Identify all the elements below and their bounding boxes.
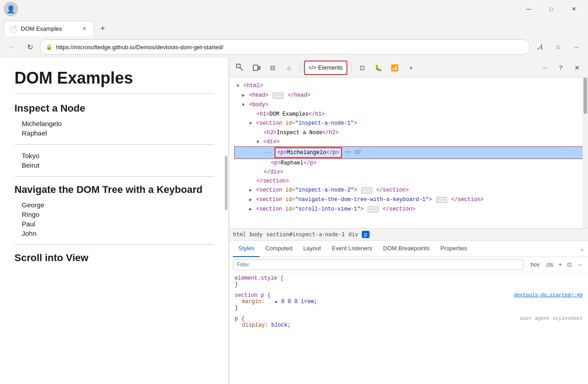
add-style-button[interactable]: + <box>557 261 564 269</box>
css-source-link[interactable]: devtools-do…started/:49 <box>514 292 583 298</box>
attr-val3: "navigate-the-dom-tree-with-a-keyboard-1… <box>295 197 429 203</box>
debug-button[interactable]: 🐛 <box>371 61 386 75</box>
tree-section2[interactable]: <section id="inspect-a-node-2"> ··· </se… <box>235 186 583 195</box>
url-bar[interactable]: 🔒 https://microsoftedge.github.io/Demos/… <box>40 39 530 55</box>
tree-section1[interactable]: <section id="inspect-a-node-1"> <box>235 119 583 128</box>
tag-section3-close: </section> <box>451 197 484 203</box>
back-button[interactable]: ← <box>4 39 20 55</box>
tree-section4[interactable]: <section id="scroll-into-view-1"> ··· </… <box>235 205 583 214</box>
bc-div[interactable]: div <box>348 231 358 238</box>
lock-icon: 🔒 <box>46 44 52 50</box>
tree-p-raphael[interactable]: <p>Raphael</p> <box>235 159 583 168</box>
tree-body[interactable]: <body> <box>235 100 583 110</box>
svg-rect-0 <box>237 64 240 68</box>
home-button[interactable]: ⌂ <box>282 61 296 75</box>
ellipsis-btn4[interactable]: ··· <box>368 206 379 212</box>
toolbar-separator-2 <box>351 63 351 72</box>
more-button[interactable]: ··· <box>568 39 584 55</box>
close-button[interactable]: ✕ <box>564 2 584 16</box>
more-tools-button[interactable]: ··· <box>537 61 552 75</box>
profile-icon[interactable]: 👤 <box>4 2 18 16</box>
cls-button[interactable]: .cls <box>543 261 555 269</box>
tree-html[interactable]: <html> <box>235 81 583 91</box>
more-tabs-button[interactable]: ⌄ <box>580 246 584 252</box>
sidebar-toggle-button[interactable]: ⊟ <box>266 61 280 75</box>
favorites-button[interactable]: ☆ <box>550 39 566 55</box>
expand-icon[interactable] <box>249 207 252 212</box>
network-button[interactable]: 📶 <box>388 61 402 75</box>
cities-group: Tokyo Beirut <box>14 152 214 169</box>
add-panel-button[interactable]: + <box>404 61 418 75</box>
svg-rect-2 <box>259 66 260 70</box>
p-text-michelangelo: Michelangelo <box>287 149 326 157</box>
tab-layout[interactable]: Layout <box>298 241 326 257</box>
tag-section4: <section <box>256 206 285 212</box>
help-button[interactable]: ? <box>554 61 568 75</box>
tag-head: <head> <box>249 92 268 98</box>
attr-id2: id= <box>285 187 295 193</box>
dots-left[interactable]: ··· <box>264 149 273 157</box>
tag-section2-close: </section> <box>376 187 409 193</box>
devtools-toolbar: ⊟ ⌂ </> Elements ⊡ 🐛 📶 + ··· ? ✕ <box>229 58 588 78</box>
tree-h2[interactable]: <h2>Inspect a Node</h2> <box>235 128 583 137</box>
tree-section3[interactable]: <section id="navigate-the-dom-tree-with-… <box>235 195 583 205</box>
tag-p-close: </p> <box>326 149 339 157</box>
close-devtools-button[interactable]: ✕ <box>570 61 584 75</box>
tab-dom-breakpoints[interactable]: DOM Breakpoints <box>378 241 435 257</box>
minimize-button[interactable]: — <box>518 2 539 16</box>
bc-section[interactable]: section#inspect-a-node-1 <box>266 231 345 238</box>
bc-html[interactable]: html <box>233 231 246 238</box>
css-tri-margin[interactable]: ▶ <box>268 300 278 304</box>
scroll-thumb[interactable] <box>225 156 228 210</box>
hov-button[interactable]: :hov <box>527 261 541 269</box>
tree-div[interactable]: <div> <box>235 137 583 147</box>
tag-h2-close: </h2> <box>322 130 339 136</box>
tree-head[interactable]: <head> ··· </head> <box>235 91 583 100</box>
dom-scrollbar-thumb[interactable] <box>583 78 587 114</box>
dom-scrollbar[interactable] <box>583 78 588 228</box>
tab-event-listeners[interactable]: Event Listeners <box>326 241 378 257</box>
browser-window: 👤 — □ ✕ 📄 DOM Examples ✕ + ← ↻ 🔒 https:/… <box>0 0 588 384</box>
expand-icon[interactable] <box>249 197 252 202</box>
tree-div-close[interactable]: </div> <box>235 168 583 177</box>
bc-p[interactable]: p <box>362 231 370 238</box>
page-content: DOM Examples Inspect a Node Michelangelo… <box>0 58 229 384</box>
read-aloud-button[interactable]: 𝓐 <box>532 39 548 55</box>
tag-p-close2: </p> <box>303 160 317 166</box>
ellipsis-btn[interactable]: ··· <box>273 93 284 98</box>
tab-computed[interactable]: Computed <box>260 241 298 257</box>
tag-p-open: <p> <box>277 149 287 157</box>
bc-body[interactable]: body <box>250 231 263 238</box>
tree-p-michelangelo[interactable]: ··· <p>Michelangelo</p> == $0 <box>235 147 583 159</box>
expand-icon[interactable] <box>256 140 259 145</box>
new-tab-button[interactable]: + <box>95 21 110 36</box>
expand-icon[interactable] <box>249 121 252 126</box>
ellipsis-btn2[interactable]: ··· <box>361 187 372 193</box>
refresh-button[interactable]: ↻ <box>22 39 38 55</box>
elements-tab-button[interactable]: </> Elements <box>304 61 347 75</box>
active-tab[interactable]: 📄 DOM Examples ✕ <box>4 21 94 36</box>
toggle-element-state-button[interactable]: → <box>575 261 584 269</box>
new-stylesheet-button[interactable]: ⊡ <box>565 261 574 269</box>
expand-icon[interactable] <box>242 103 245 108</box>
tree-h1[interactable]: <h1>DOM Examples</h1> <box>235 110 583 119</box>
attr-id3: id= <box>285 197 295 203</box>
ellipsis-btn3[interactable]: ··· <box>436 197 447 203</box>
expand-icon[interactable] <box>237 84 239 89</box>
tab-properties[interactable]: Properties <box>435 241 473 257</box>
scroll-bar[interactable] <box>224 58 228 384</box>
tag-section2: <section <box>256 187 285 193</box>
filter-input[interactable] <box>233 259 524 270</box>
inspect-element-button[interactable] <box>233 61 247 75</box>
attr-id4: id= <box>285 206 295 212</box>
device-toolbar-button[interactable] <box>249 61 264 75</box>
maximize-button[interactable]: □ <box>541 2 562 16</box>
expand-icon[interactable] <box>242 93 245 98</box>
tag-section-close: </section> <box>256 178 289 184</box>
expand-icon[interactable] <box>249 188 252 193</box>
tab-close-button[interactable]: ✕ <box>80 25 88 33</box>
console-button[interactable]: ⊡ <box>355 61 370 75</box>
tree-section-close[interactable]: </section> <box>235 177 583 186</box>
dom-tree[interactable]: <html> <head> ··· </head> <body> <box>229 78 588 228</box>
tab-styles[interactable]: Styles <box>233 241 260 257</box>
